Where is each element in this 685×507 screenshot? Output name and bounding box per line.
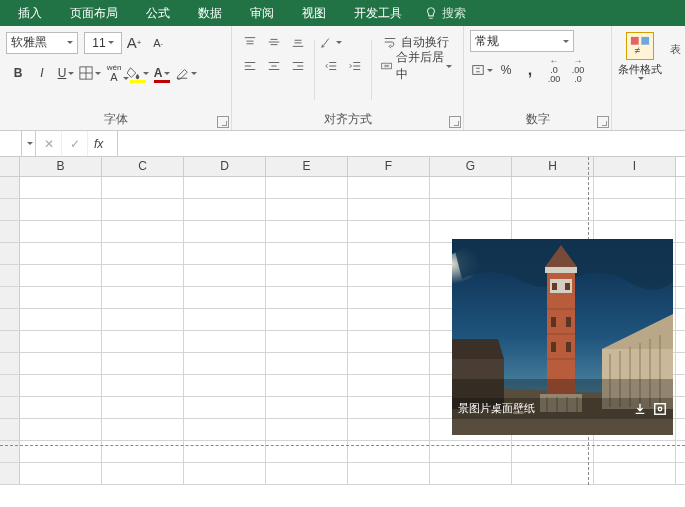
row-header[interactable] [0,419,20,440]
row-header[interactable] [0,397,20,418]
cell[interactable] [348,397,430,418]
cell[interactable] [20,375,102,396]
cell[interactable] [348,243,430,264]
cell[interactable] [348,375,430,396]
cell[interactable] [20,331,102,352]
row-header[interactable] [0,265,20,286]
align-top-button[interactable] [239,31,261,53]
cell[interactable] [20,463,102,484]
cell[interactable] [20,221,102,242]
cell[interactable] [348,199,430,220]
cell[interactable] [348,287,430,308]
cell[interactable] [266,199,348,220]
cell[interactable] [348,463,430,484]
column-header[interactable]: E [266,157,348,176]
cell[interactable] [20,287,102,308]
fill-color-button[interactable] [127,62,149,84]
number-format-combo[interactable]: 常规 [470,30,574,52]
cell[interactable] [102,309,184,330]
align-center-button[interactable] [263,55,285,77]
pinyin-guide-button[interactable]: wén A [103,62,125,84]
confirm-entry-button[interactable]: ✓ [62,131,88,156]
cell[interactable] [184,265,266,286]
cell[interactable] [348,177,430,198]
download-icon[interactable] [633,402,647,416]
cell[interactable] [512,463,594,484]
cell[interactable] [266,331,348,352]
font-color-button[interactable]: A [151,62,173,84]
cell[interactable] [102,397,184,418]
cell[interactable] [20,397,102,418]
align-bottom-button[interactable] [287,31,309,53]
tell-me-search[interactable]: 搜索 [416,5,466,22]
cell[interactable] [184,353,266,374]
column-header[interactable]: I [594,157,676,176]
row-header[interactable] [0,463,20,484]
increase-indent-button[interactable] [344,55,366,77]
cell[interactable] [266,463,348,484]
cell[interactable] [184,221,266,242]
cell[interactable] [102,177,184,198]
orientation-button[interactable] [320,31,342,53]
cell[interactable] [184,199,266,220]
cell[interactable] [266,243,348,264]
cell[interactable] [266,353,348,374]
cell[interactable] [20,309,102,330]
tab-developer[interactable]: 开发工具 [340,0,416,26]
conditional-format-button[interactable]: ≠ 条件格式 [612,28,668,84]
cell[interactable] [266,397,348,418]
cell[interactable] [20,199,102,220]
cell[interactable] [184,375,266,396]
cell[interactable] [348,309,430,330]
align-middle-button[interactable] [263,31,285,53]
column-header[interactable]: G [430,157,512,176]
name-box-dropdown[interactable] [22,131,36,156]
cell[interactable] [184,309,266,330]
decrease-indent-button[interactable] [320,55,342,77]
cell[interactable] [184,331,266,352]
cell[interactable] [430,463,512,484]
comma-style-button[interactable]: , [519,59,541,81]
cell[interactable] [512,199,594,220]
cell[interactable] [430,177,512,198]
cell[interactable] [20,419,102,440]
tab-data[interactable]: 数据 [184,0,236,26]
formula-input[interactable] [118,131,685,156]
cell[interactable] [430,199,512,220]
cell[interactable] [594,199,676,220]
cell[interactable] [102,265,184,286]
cell[interactable] [594,463,676,484]
select-all-corner[interactable] [0,157,20,176]
cell[interactable] [266,177,348,198]
cell[interactable] [102,353,184,374]
inserted-picture[interactable]: 景图片桌面壁纸 [452,239,673,435]
cell[interactable] [348,331,430,352]
italic-button[interactable]: I [31,62,53,84]
expand-icon[interactable] [653,402,667,416]
row-header[interactable] [0,353,20,374]
cell[interactable] [184,463,266,484]
cell[interactable] [348,221,430,242]
column-header[interactable]: D [184,157,266,176]
cancel-entry-button[interactable]: ✕ [36,131,62,156]
merge-center-button[interactable]: 合并后居中 [377,55,456,77]
font-name-combo[interactable]: 软雅黑 [6,32,78,54]
cell[interactable] [20,177,102,198]
row-header[interactable] [0,177,20,198]
tab-view[interactable]: 视图 [288,0,340,26]
cell[interactable] [184,287,266,308]
underline-button[interactable]: U [55,62,77,84]
alignment-dialog-launcher[interactable] [449,116,461,128]
number-dialog-launcher[interactable] [597,116,609,128]
cell[interactable] [102,243,184,264]
cell[interactable] [102,375,184,396]
column-header[interactable]: F [348,157,430,176]
cell[interactable] [266,221,348,242]
bold-button[interactable]: B [7,62,29,84]
borders-button[interactable] [79,62,101,84]
cell[interactable] [266,309,348,330]
cell[interactable] [184,177,266,198]
name-box[interactable] [0,131,22,156]
cell[interactable] [102,287,184,308]
column-header[interactable]: H [512,157,594,176]
